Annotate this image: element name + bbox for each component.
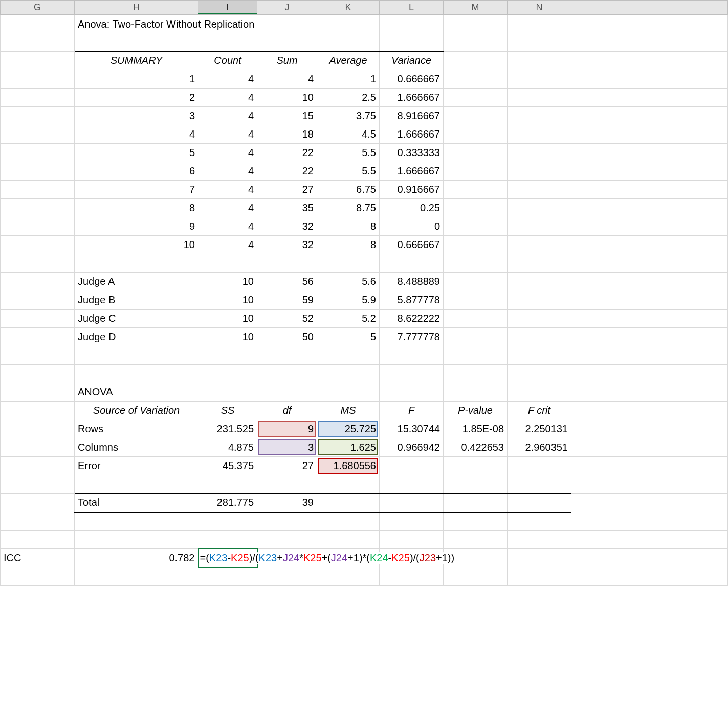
cell-I[interactable]: 281.775 — [198, 494, 257, 512]
cell-M[interactable] — [444, 328, 508, 346]
cell-N[interactable] — [508, 494, 571, 512]
cell-J[interactable]: 18 — [257, 125, 317, 144]
cell-J[interactable] — [257, 567, 317, 586]
cell[interactable] — [571, 273, 728, 291]
cell-I[interactable]: 4.875 — [198, 438, 257, 457]
cell-K[interactable]: 4.5 — [317, 125, 380, 144]
grid-table[interactable]: G H I J K L M N Anova: Two-Factor Withou… — [0, 0, 728, 586]
cell-L[interactable]: Variance — [380, 52, 444, 70]
cell-L[interactable]: F — [380, 402, 444, 420]
cell[interactable] — [571, 199, 728, 217]
cell-L[interactable] — [380, 457, 444, 475]
cell-M[interactable] — [444, 457, 508, 475]
cell-I[interactable]: 10 — [198, 328, 257, 346]
cell-M[interactable] — [444, 531, 508, 549]
cell-G[interactable] — [1, 15, 75, 33]
cell-L[interactable] — [380, 365, 444, 383]
col-header-I[interactable]: I — [198, 1, 257, 15]
icc-value[interactable]: 0.782 — [75, 549, 198, 567]
cell-H[interactable]: 7 — [75, 181, 198, 199]
cell-H[interactable]: 9 — [75, 217, 198, 236]
cell-M[interactable] — [444, 273, 508, 291]
cell-G[interactable] — [1, 310, 75, 328]
cell-G[interactable] — [1, 217, 75, 236]
cell-H[interactable]: Error — [75, 457, 198, 475]
cell-N[interactable] — [508, 475, 571, 494]
cell-I[interactable]: SS — [198, 402, 257, 420]
judge-name[interactable]: Judge C — [75, 310, 198, 328]
cell-H[interactable]: 10 — [75, 236, 198, 254]
cell-L[interactable]: 0.916667 — [380, 181, 444, 199]
cell-N[interactable] — [508, 52, 571, 70]
judge-name[interactable]: Judge D — [75, 328, 198, 346]
cell[interactable] — [571, 328, 728, 346]
cell-G[interactable] — [1, 346, 75, 365]
cell-N[interactable] — [508, 33, 571, 52]
cell-J[interactable] — [257, 512, 317, 531]
cell-L[interactable]: 8.488889 — [380, 273, 444, 291]
cell-M[interactable] — [444, 383, 508, 402]
cell-I[interactable]: Count — [198, 52, 257, 70]
cell-N[interactable] — [508, 531, 571, 549]
cell-L[interactable]: 0.333333 — [380, 144, 444, 162]
cell-L[interactable] — [380, 494, 444, 512]
cell-K[interactable]: MS — [317, 402, 380, 420]
cell-H[interactable]: 4 — [75, 125, 198, 144]
cell-K[interactable]: 2.5 — [317, 89, 380, 107]
cell-H[interactable] — [75, 531, 198, 549]
cell-K[interactable] — [317, 494, 380, 512]
cell-N[interactable] — [508, 15, 571, 33]
cell-M[interactable] — [444, 217, 508, 236]
cell-N[interactable] — [508, 107, 571, 125]
cell-J[interactable]: 39 — [257, 494, 317, 512]
cell-J[interactable]: 27 — [257, 457, 317, 475]
cell-G[interactable] — [1, 162, 75, 181]
cell-M[interactable] — [444, 125, 508, 144]
cell-G[interactable] — [1, 52, 75, 70]
cell-J[interactable] — [257, 346, 317, 365]
cell-N[interactable]: 2.250131 — [508, 420, 571, 438]
cell-N[interactable] — [508, 125, 571, 144]
cell-I[interactable] — [198, 254, 257, 273]
cell-K[interactable]: Average — [317, 52, 380, 70]
cell-H[interactable] — [75, 33, 198, 52]
cell-K[interactable] — [317, 512, 380, 531]
cell-L[interactable]: 1.666667 — [380, 89, 444, 107]
cell-L[interactable]: 5.877778 — [380, 291, 444, 310]
cell[interactable] — [571, 549, 728, 567]
cell-G[interactable] — [1, 494, 75, 512]
cell-L[interactable]: 0.966942 — [380, 438, 444, 457]
cell-M[interactable] — [444, 52, 508, 70]
cell-J[interactable]: 35 — [257, 199, 317, 217]
cell-H[interactable]: Rows — [75, 420, 198, 438]
cell-I[interactable]: 4 — [198, 162, 257, 181]
cell-H[interactable] — [75, 365, 198, 383]
cell-M[interactable] — [444, 199, 508, 217]
cell-K[interactable] — [317, 531, 380, 549]
cell-L[interactable] — [380, 254, 444, 273]
cell-N[interactable] — [508, 144, 571, 162]
anova-total-label[interactable]: Total — [75, 494, 198, 512]
cell-L[interactable] — [380, 531, 444, 549]
col-header-N[interactable]: N — [508, 1, 571, 15]
cell-L[interactable]: 0.666667 — [380, 236, 444, 254]
cell-M[interactable] — [444, 346, 508, 365]
cell-H[interactable] — [75, 512, 198, 531]
cell-G[interactable] — [1, 512, 75, 531]
cell-I[interactable]: 4 — [198, 89, 257, 107]
cell-N[interactable] — [508, 512, 571, 531]
cell-J[interactable] — [257, 254, 317, 273]
cell[interactable] — [571, 52, 728, 70]
cell-J[interactable]: 52 — [257, 310, 317, 328]
cell-N[interactable]: 2.960351 — [508, 438, 571, 457]
cell-G[interactable] — [1, 420, 75, 438]
cell[interactable] — [571, 162, 728, 181]
cell-K[interactable]: 3.75 — [317, 107, 380, 125]
col-header-M[interactable]: M — [444, 1, 508, 15]
cell-H[interactable]: 2 — [75, 89, 198, 107]
cell[interactable] — [571, 254, 728, 273]
cell-H[interactable]: 5 — [75, 144, 198, 162]
cell-M[interactable] — [444, 310, 508, 328]
cell-J[interactable]: 56 — [257, 273, 317, 291]
cell-M[interactable] — [444, 365, 508, 383]
